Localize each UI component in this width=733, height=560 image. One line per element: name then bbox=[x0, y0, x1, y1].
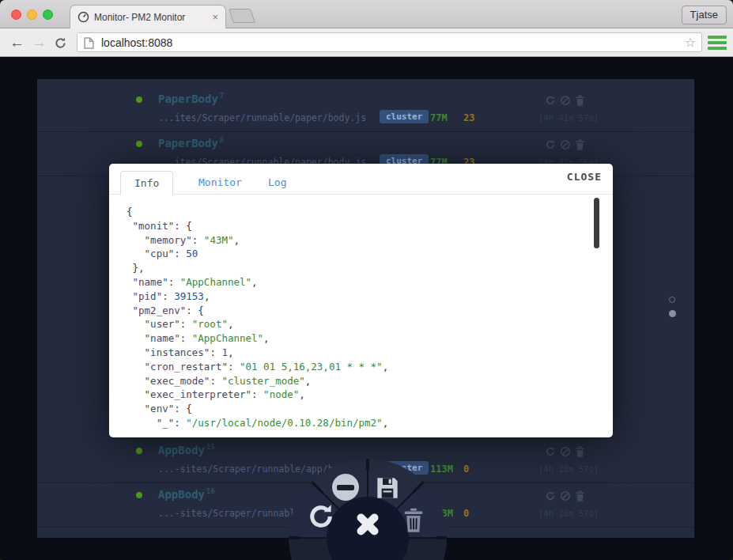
trash-icon[interactable] bbox=[402, 508, 425, 533]
pagination-dot-active[interactable] bbox=[669, 310, 676, 317]
chrome-menu-icon[interactable] bbox=[708, 36, 727, 50]
uptime: [4h 18m 57s] bbox=[538, 464, 599, 474]
tab-strip: Monitor- PM2 Monitor × Tjatse bbox=[0, 0, 733, 28]
process-name: AppBody15 bbox=[158, 443, 215, 456]
tab-close-icon[interactable]: × bbox=[212, 11, 218, 23]
json-line: "name": "AppChannel", bbox=[127, 331, 586, 346]
refresh-icon[interactable] bbox=[545, 95, 556, 106]
stop-icon[interactable] bbox=[560, 446, 571, 457]
restart-count: 0 bbox=[463, 508, 469, 519]
json-line: "exec_interpreter": "node", bbox=[127, 388, 586, 402]
restart-count: 0 bbox=[463, 464, 469, 475]
process-index: 15 bbox=[206, 443, 215, 451]
process-info-modal: InfoMonitorLog CLOSE { "monit": { "memor… bbox=[109, 164, 613, 437]
process-index: 7 bbox=[220, 92, 224, 100]
memory-value: 77M bbox=[430, 112, 448, 123]
process-name: PaperBody7 bbox=[158, 92, 224, 105]
modal-close-button[interactable]: CLOSE bbox=[567, 171, 602, 183]
new-tab-button[interactable] bbox=[229, 9, 255, 23]
bookmark-star-icon[interactable]: ☆ bbox=[685, 35, 696, 50]
process-index: 8 bbox=[220, 136, 224, 144]
url-text[interactable]: localhost:8088 bbox=[101, 36, 172, 49]
close-window-button[interactable] bbox=[11, 9, 21, 20]
status-online-icon bbox=[136, 492, 142, 498]
stop-icon[interactable] bbox=[560, 490, 571, 501]
json-line: "user": "root", bbox=[127, 317, 586, 331]
uptime: [4h 18m 57s] bbox=[538, 509, 599, 518]
gauge-icon bbox=[77, 11, 89, 23]
zoom-window-button[interactable] bbox=[43, 9, 53, 20]
refresh-icon[interactable] bbox=[545, 139, 556, 150]
json-line: "cron_restart": "01 01 5,16,23,01 * * *"… bbox=[127, 360, 586, 374]
row-actions bbox=[545, 95, 586, 106]
reload-button[interactable] bbox=[54, 36, 67, 50]
json-line: "name": "AppChannel", bbox=[127, 275, 586, 289]
modal-header: InfoMonitorLog CLOSE bbox=[109, 164, 613, 195]
refresh-icon[interactable] bbox=[307, 502, 335, 531]
refresh-icon[interactable] bbox=[545, 490, 556, 501]
tab-title: Monitor- PM2 Monitor bbox=[94, 12, 185, 23]
row-actions bbox=[545, 139, 586, 150]
minimize-window-button[interactable] bbox=[27, 9, 37, 20]
json-line: "_": "/usr/local/node/0.10.28/bin/pm2", bbox=[127, 416, 586, 430]
status-online-icon bbox=[136, 141, 142, 147]
memory-value: 113M bbox=[430, 464, 453, 475]
process-row[interactable]: PaperBody7 ...ites/Scraper/runnable/pape… bbox=[37, 89, 694, 132]
pm2-monitor-page: PaperBody7 ...ites/Scraper/runnable/pape… bbox=[0, 57, 733, 560]
json-line: "memory": "43M", bbox=[127, 233, 586, 248]
stop-icon[interactable] bbox=[560, 139, 571, 150]
browser-toolbar: ← → localhost:8088 ☆ bbox=[0, 28, 733, 57]
mode-badge: cluster bbox=[380, 110, 429, 123]
trash-icon[interactable] bbox=[575, 139, 586, 150]
uptime: [4h 41m 57s] bbox=[538, 113, 599, 123]
profile-button[interactable]: Tjatse bbox=[682, 6, 727, 25]
row-actions bbox=[545, 446, 586, 457]
refresh-icon[interactable] bbox=[545, 446, 556, 457]
modal-tab-info[interactable]: Info bbox=[120, 171, 173, 195]
json-line: "exec_mode": "cluster_mode", bbox=[127, 374, 586, 388]
trash-icon[interactable] bbox=[575, 490, 586, 501]
status-online-icon bbox=[136, 448, 142, 454]
json-line: "monit": { bbox=[127, 219, 586, 233]
process-path: ...ites/Scraper/runnable/paper/body.js bbox=[158, 112, 366, 123]
json-line: "cpu": 50 bbox=[127, 247, 586, 261]
json-line: }, bbox=[127, 261, 586, 275]
status-online-icon bbox=[136, 96, 142, 103]
json-line: "pid": 39153, bbox=[127, 289, 586, 304]
json-line: { bbox=[127, 205, 586, 219]
address-bar[interactable]: localhost:8088 ☆ bbox=[77, 32, 702, 52]
close-icon[interactable] bbox=[353, 510, 382, 539]
modal-tab-monitor[interactable]: Monitor bbox=[185, 171, 255, 195]
process-index: 16 bbox=[206, 487, 215, 495]
row-actions bbox=[545, 490, 586, 501]
browser-chrome: Monitor- PM2 Monitor × Tjatse ← → localh… bbox=[0, 0, 733, 57]
process-name: AppBody16 bbox=[158, 487, 215, 501]
save-icon[interactable] bbox=[375, 475, 400, 501]
forward-button[interactable]: → bbox=[32, 34, 47, 51]
trash-icon[interactable] bbox=[575, 446, 586, 457]
back-button[interactable]: ← bbox=[9, 34, 25, 51]
json-line: "pm2_env": { bbox=[127, 304, 586, 318]
browser-window: Monitor- PM2 Monitor × Tjatse ← → localh… bbox=[0, 0, 733, 560]
stop-icon[interactable] bbox=[332, 474, 359, 501]
page-icon bbox=[84, 37, 94, 49]
json-line: "instances": 1, bbox=[127, 346, 586, 360]
modal-tab-log[interactable]: Log bbox=[255, 171, 300, 195]
trash-icon[interactable] bbox=[575, 95, 586, 106]
pagination-dot-inactive[interactable] bbox=[669, 297, 675, 303]
modal-scrollbar-thumb[interactable] bbox=[594, 198, 599, 248]
browser-tab[interactable]: Monitor- PM2 Monitor × bbox=[70, 5, 226, 28]
json-line: "env": { bbox=[127, 402, 586, 416]
stop-icon[interactable] bbox=[560, 95, 571, 106]
restart-count: 23 bbox=[463, 112, 474, 123]
process-json-viewer[interactable]: { "monit": { "memory": "43M", "cpu": 50 … bbox=[109, 195, 613, 437]
process-name: PaperBody8 bbox=[158, 136, 224, 149]
